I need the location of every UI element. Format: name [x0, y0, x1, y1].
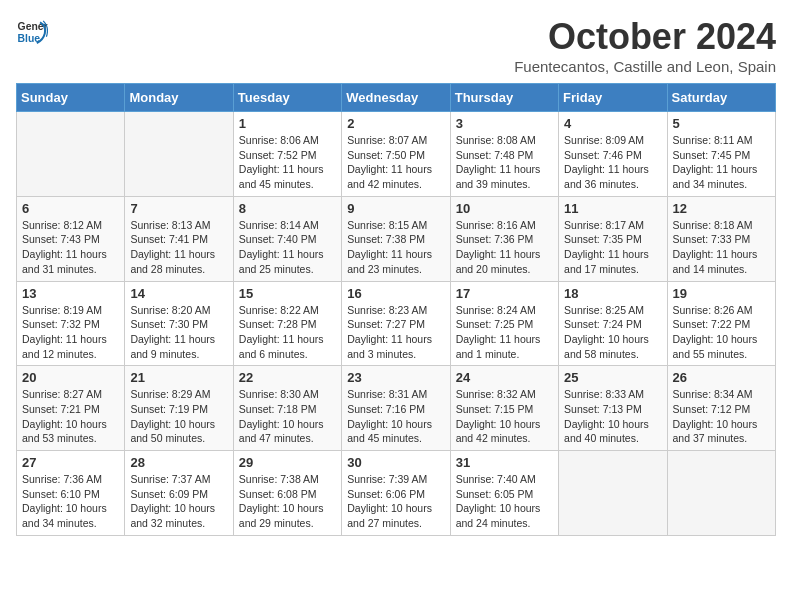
day-info: Sunrise: 8:15 AM Sunset: 7:38 PM Dayligh… [347, 218, 444, 277]
day-number: 5 [673, 116, 770, 131]
day-number: 22 [239, 370, 336, 385]
day-info: Sunrise: 8:17 AM Sunset: 7:35 PM Dayligh… [564, 218, 661, 277]
day-number: 25 [564, 370, 661, 385]
day-number: 8 [239, 201, 336, 216]
day-info: Sunrise: 8:18 AM Sunset: 7:33 PM Dayligh… [673, 218, 770, 277]
day-number: 27 [22, 455, 119, 470]
day-cell [125, 112, 233, 197]
week-row-5: 27Sunrise: 7:36 AM Sunset: 6:10 PM Dayli… [17, 451, 776, 536]
day-info: Sunrise: 8:26 AM Sunset: 7:22 PM Dayligh… [673, 303, 770, 362]
day-info: Sunrise: 8:23 AM Sunset: 7:27 PM Dayligh… [347, 303, 444, 362]
day-cell: 2Sunrise: 8:07 AM Sunset: 7:50 PM Daylig… [342, 112, 450, 197]
day-info: Sunrise: 8:34 AM Sunset: 7:12 PM Dayligh… [673, 387, 770, 446]
day-cell: 16Sunrise: 8:23 AM Sunset: 7:27 PM Dayli… [342, 281, 450, 366]
day-number: 11 [564, 201, 661, 216]
day-cell: 21Sunrise: 8:29 AM Sunset: 7:19 PM Dayli… [125, 366, 233, 451]
main-title: October 2024 [514, 16, 776, 58]
day-number: 9 [347, 201, 444, 216]
day-info: Sunrise: 8:16 AM Sunset: 7:36 PM Dayligh… [456, 218, 553, 277]
day-cell: 15Sunrise: 8:22 AM Sunset: 7:28 PM Dayli… [233, 281, 341, 366]
day-info: Sunrise: 8:08 AM Sunset: 7:48 PM Dayligh… [456, 133, 553, 192]
day-number: 17 [456, 286, 553, 301]
day-cell: 12Sunrise: 8:18 AM Sunset: 7:33 PM Dayli… [667, 196, 775, 281]
day-number: 7 [130, 201, 227, 216]
day-cell: 24Sunrise: 8:32 AM Sunset: 7:15 PM Dayli… [450, 366, 558, 451]
svg-text:Blue: Blue [18, 33, 41, 44]
day-cell: 8Sunrise: 8:14 AM Sunset: 7:40 PM Daylig… [233, 196, 341, 281]
day-number: 16 [347, 286, 444, 301]
day-info: Sunrise: 8:19 AM Sunset: 7:32 PM Dayligh… [22, 303, 119, 362]
day-cell: 19Sunrise: 8:26 AM Sunset: 7:22 PM Dayli… [667, 281, 775, 366]
day-cell: 26Sunrise: 8:34 AM Sunset: 7:12 PM Dayli… [667, 366, 775, 451]
day-info: Sunrise: 7:39 AM Sunset: 6:06 PM Dayligh… [347, 472, 444, 531]
day-info: Sunrise: 7:40 AM Sunset: 6:05 PM Dayligh… [456, 472, 553, 531]
header-wednesday: Wednesday [342, 84, 450, 112]
day-cell: 20Sunrise: 8:27 AM Sunset: 7:21 PM Dayli… [17, 366, 125, 451]
week-row-4: 20Sunrise: 8:27 AM Sunset: 7:21 PM Dayli… [17, 366, 776, 451]
header-tuesday: Tuesday [233, 84, 341, 112]
header: General Blue October 2024 Fuentecantos, … [16, 16, 776, 75]
day-info: Sunrise: 8:24 AM Sunset: 7:25 PM Dayligh… [456, 303, 553, 362]
day-cell: 23Sunrise: 8:31 AM Sunset: 7:16 PM Dayli… [342, 366, 450, 451]
day-cell: 22Sunrise: 8:30 AM Sunset: 7:18 PM Dayli… [233, 366, 341, 451]
day-cell: 10Sunrise: 8:16 AM Sunset: 7:36 PM Dayli… [450, 196, 558, 281]
day-cell: 6Sunrise: 8:12 AM Sunset: 7:43 PM Daylig… [17, 196, 125, 281]
header-friday: Friday [559, 84, 667, 112]
day-number: 10 [456, 201, 553, 216]
week-row-2: 6Sunrise: 8:12 AM Sunset: 7:43 PM Daylig… [17, 196, 776, 281]
day-info: Sunrise: 8:06 AM Sunset: 7:52 PM Dayligh… [239, 133, 336, 192]
day-cell: 13Sunrise: 8:19 AM Sunset: 7:32 PM Dayli… [17, 281, 125, 366]
day-info: Sunrise: 8:32 AM Sunset: 7:15 PM Dayligh… [456, 387, 553, 446]
day-cell [559, 451, 667, 536]
day-info: Sunrise: 8:29 AM Sunset: 7:19 PM Dayligh… [130, 387, 227, 446]
day-cell [17, 112, 125, 197]
day-number: 2 [347, 116, 444, 131]
day-cell: 17Sunrise: 8:24 AM Sunset: 7:25 PM Dayli… [450, 281, 558, 366]
calendar-header: SundayMondayTuesdayWednesdayThursdayFrid… [17, 84, 776, 112]
day-cell: 7Sunrise: 8:13 AM Sunset: 7:41 PM Daylig… [125, 196, 233, 281]
day-info: Sunrise: 8:30 AM Sunset: 7:18 PM Dayligh… [239, 387, 336, 446]
day-info: Sunrise: 8:33 AM Sunset: 7:13 PM Dayligh… [564, 387, 661, 446]
day-number: 28 [130, 455, 227, 470]
day-cell: 4Sunrise: 8:09 AM Sunset: 7:46 PM Daylig… [559, 112, 667, 197]
day-cell: 1Sunrise: 8:06 AM Sunset: 7:52 PM Daylig… [233, 112, 341, 197]
day-cell: 25Sunrise: 8:33 AM Sunset: 7:13 PM Dayli… [559, 366, 667, 451]
day-cell [667, 451, 775, 536]
day-info: Sunrise: 8:11 AM Sunset: 7:45 PM Dayligh… [673, 133, 770, 192]
day-cell: 30Sunrise: 7:39 AM Sunset: 6:06 PM Dayli… [342, 451, 450, 536]
day-number: 30 [347, 455, 444, 470]
day-info: Sunrise: 8:12 AM Sunset: 7:43 PM Dayligh… [22, 218, 119, 277]
calendar-table: SundayMondayTuesdayWednesdayThursdayFrid… [16, 83, 776, 536]
day-cell: 11Sunrise: 8:17 AM Sunset: 7:35 PM Dayli… [559, 196, 667, 281]
day-number: 15 [239, 286, 336, 301]
day-number: 3 [456, 116, 553, 131]
header-thursday: Thursday [450, 84, 558, 112]
calendar-body: 1Sunrise: 8:06 AM Sunset: 7:52 PM Daylig… [17, 112, 776, 536]
day-number: 26 [673, 370, 770, 385]
day-info: Sunrise: 7:38 AM Sunset: 6:08 PM Dayligh… [239, 472, 336, 531]
day-number: 21 [130, 370, 227, 385]
logo-icon: General Blue [16, 16, 48, 48]
day-info: Sunrise: 8:31 AM Sunset: 7:16 PM Dayligh… [347, 387, 444, 446]
day-number: 24 [456, 370, 553, 385]
day-info: Sunrise: 8:07 AM Sunset: 7:50 PM Dayligh… [347, 133, 444, 192]
header-sunday: Sunday [17, 84, 125, 112]
day-number: 6 [22, 201, 119, 216]
day-number: 4 [564, 116, 661, 131]
day-cell: 29Sunrise: 7:38 AM Sunset: 6:08 PM Dayli… [233, 451, 341, 536]
week-row-1: 1Sunrise: 8:06 AM Sunset: 7:52 PM Daylig… [17, 112, 776, 197]
logo: General Blue [16, 16, 48, 48]
day-info: Sunrise: 7:37 AM Sunset: 6:09 PM Dayligh… [130, 472, 227, 531]
day-cell: 3Sunrise: 8:08 AM Sunset: 7:48 PM Daylig… [450, 112, 558, 197]
day-info: Sunrise: 8:14 AM Sunset: 7:40 PM Dayligh… [239, 218, 336, 277]
title-area: October 2024 Fuentecantos, Castille and … [514, 16, 776, 75]
day-number: 20 [22, 370, 119, 385]
day-number: 31 [456, 455, 553, 470]
day-info: Sunrise: 8:27 AM Sunset: 7:21 PM Dayligh… [22, 387, 119, 446]
day-cell: 31Sunrise: 7:40 AM Sunset: 6:05 PM Dayli… [450, 451, 558, 536]
day-cell: 5Sunrise: 8:11 AM Sunset: 7:45 PM Daylig… [667, 112, 775, 197]
subtitle: Fuentecantos, Castille and Leon, Spain [514, 58, 776, 75]
day-cell: 9Sunrise: 8:15 AM Sunset: 7:38 PM Daylig… [342, 196, 450, 281]
day-number: 19 [673, 286, 770, 301]
day-number: 12 [673, 201, 770, 216]
